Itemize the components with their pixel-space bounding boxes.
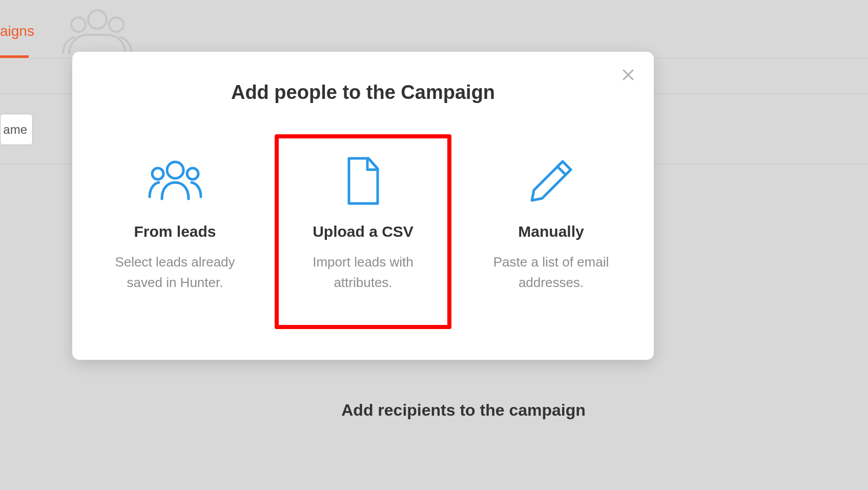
- modal-title: Add people to the Campaign: [72, 52, 654, 134]
- svg-line-8: [557, 167, 566, 175]
- svg-point-5: [167, 162, 183, 178]
- file-icon: [343, 156, 384, 205]
- svg-point-0: [88, 10, 107, 29]
- empty-state-title: Add recipients to the campaign: [0, 401, 868, 420]
- svg-point-6: [152, 168, 163, 179]
- svg-point-2: [109, 17, 123, 32]
- svg-point-1: [71, 17, 86, 32]
- people-icon: [144, 156, 206, 205]
- option-manually[interactable]: Manually Paste a list of email addresses…: [463, 134, 639, 329]
- options-row: From leads Select leads already saved in…: [72, 134, 654, 329]
- option-title: From leads: [134, 223, 216, 240]
- svg-point-7: [187, 168, 198, 179]
- input-fragment: ame: [3, 122, 27, 137]
- campaign-name-input[interactable]: ame: [0, 114, 33, 145]
- close-icon: [623, 69, 634, 80]
- option-description: Select leads already saved in Hunter.: [109, 252, 242, 293]
- option-title: Upload a CSV: [313, 223, 414, 240]
- option-title: Manually: [518, 223, 584, 240]
- add-people-modal: Add people to the Campaign From leads Se…: [72, 52, 654, 360]
- close-button[interactable]: [621, 67, 636, 83]
- pencil-icon: [526, 156, 577, 205]
- option-description: Paste a list of email addresses.: [485, 252, 618, 293]
- option-upload-csv[interactable]: Upload a CSV Import leads with attribute…: [275, 134, 451, 329]
- nav-tab-campaigns[interactable]: aigns: [0, 23, 34, 53]
- option-from-leads[interactable]: From leads Select leads already saved in…: [87, 134, 263, 329]
- option-description: Import leads with attributes.: [297, 252, 430, 293]
